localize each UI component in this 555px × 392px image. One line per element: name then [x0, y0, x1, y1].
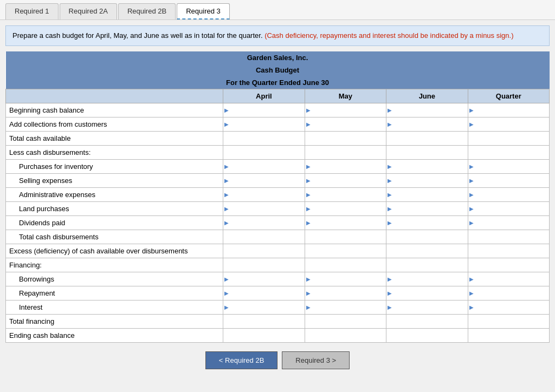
input-may[interactable] [308, 162, 383, 171]
cell-may[interactable] [305, 159, 386, 173]
cell-may[interactable] [305, 300, 386, 314]
input-may[interactable] [308, 303, 383, 312]
instruction-main: Prepare a cash budget for April, May, an… [12, 31, 263, 40]
cell-quarter [468, 328, 549, 342]
subtitle-row: For the Quarter Ended June 30 [6, 76, 550, 89]
input-june[interactable] [390, 204, 464, 213]
cell-quarter[interactable] [468, 117, 549, 131]
cell-june[interactable] [386, 300, 468, 314]
row-label: Administrative expenses [6, 187, 223, 201]
input-june[interactable] [390, 120, 464, 129]
tab-required2b[interactable]: Required 2B [118, 3, 176, 19]
cell-june[interactable] [386, 173, 468, 187]
input-june[interactable] [390, 289, 464, 298]
input-may[interactable] [308, 190, 383, 199]
input-april[interactable] [227, 218, 301, 227]
main-content: Garden Sales, Inc. Cash Budget For the Q… [5, 51, 550, 343]
cell-may[interactable] [305, 215, 386, 230]
cell-may[interactable] [305, 201, 386, 215]
input-quarter[interactable] [472, 275, 546, 284]
input-quarter[interactable] [472, 303, 546, 312]
input-june[interactable] [390, 190, 464, 199]
input-quarter[interactable] [472, 120, 546, 129]
input-june[interactable] [390, 106, 464, 115]
cell-may[interactable] [305, 272, 386, 286]
cell-june[interactable] [386, 201, 468, 215]
cell-quarter[interactable] [468, 159, 549, 173]
cell-april[interactable] [223, 117, 305, 131]
input-april[interactable] [227, 162, 301, 171]
cell-may[interactable] [305, 103, 386, 117]
cell-may[interactable] [305, 187, 386, 201]
prev-button[interactable]: < Required 2B [205, 351, 278, 369]
cell-june[interactable] [386, 272, 468, 286]
cell-quarter[interactable] [468, 103, 549, 117]
tab-required2a[interactable]: Required 2A [60, 3, 117, 19]
input-quarter[interactable] [472, 190, 546, 199]
input-june[interactable] [390, 218, 464, 227]
input-april[interactable] [227, 275, 301, 284]
tabs-bar: Required 1 Required 2A Required 2B Requi… [0, 0, 555, 20]
cell-quarter [468, 131, 549, 145]
input-june[interactable] [390, 275, 464, 284]
cell-may[interactable] [305, 173, 386, 187]
cell-quarter[interactable] [468, 286, 549, 300]
cell-quarter[interactable] [468, 187, 549, 201]
input-april[interactable] [227, 289, 301, 298]
col-quarter: Quarter [468, 89, 549, 103]
cell-may[interactable] [305, 286, 386, 300]
col-june: June [386, 89, 468, 103]
input-may[interactable] [308, 176, 383, 185]
next-button[interactable]: Required 3 > [282, 351, 350, 369]
input-quarter[interactable] [472, 218, 546, 227]
cell-june[interactable] [386, 159, 468, 173]
input-quarter[interactable] [472, 176, 546, 185]
input-quarter[interactable] [472, 204, 546, 213]
input-quarter[interactable] [472, 289, 546, 298]
row-label: Financing: [6, 258, 223, 272]
tab-required1[interactable]: Required 1 [5, 3, 59, 19]
input-quarter[interactable] [472, 106, 546, 115]
input-may[interactable] [308, 218, 383, 227]
input-may[interactable] [308, 106, 383, 115]
input-may[interactable] [308, 120, 383, 129]
input-quarter[interactable] [472, 162, 546, 171]
tab-required3[interactable]: Required 3 [177, 3, 230, 19]
cell-june[interactable] [386, 117, 468, 131]
input-june[interactable] [390, 303, 464, 312]
input-may[interactable] [308, 289, 383, 298]
cell-april[interactable] [223, 159, 305, 173]
input-april[interactable] [227, 190, 301, 199]
cell-quarter[interactable] [468, 272, 549, 286]
cell-april[interactable] [223, 215, 305, 230]
cell-quarter[interactable] [468, 173, 549, 187]
cell-quarter[interactable] [468, 300, 549, 314]
cell-quarter[interactable] [468, 215, 549, 230]
cell-april[interactable] [223, 173, 305, 187]
input-may[interactable] [308, 204, 383, 213]
row-label: Excess (deficiency) of cash available ov… [6, 244, 223, 258]
cell-june[interactable] [386, 103, 468, 117]
cell-quarter[interactable] [468, 201, 549, 215]
cell-june [386, 258, 468, 272]
input-june[interactable] [390, 162, 464, 171]
input-june[interactable] [390, 176, 464, 185]
input-april[interactable] [227, 120, 301, 129]
cell-april[interactable] [223, 272, 305, 286]
cell-june[interactable] [386, 286, 468, 300]
input-may[interactable] [308, 275, 383, 284]
cell-june[interactable] [386, 187, 468, 201]
cell-april[interactable] [223, 300, 305, 314]
cell-april[interactable] [223, 201, 305, 215]
cell-june [386, 314, 468, 328]
cell-april[interactable] [223, 286, 305, 300]
cell-june[interactable] [386, 215, 468, 230]
input-april[interactable] [227, 204, 301, 213]
cell-april[interactable] [223, 103, 305, 117]
input-april[interactable] [227, 303, 301, 312]
row-label: Ending cash balance [6, 328, 223, 342]
input-april[interactable] [227, 176, 301, 185]
cell-april[interactable] [223, 187, 305, 201]
input-april[interactable] [227, 106, 301, 115]
cell-may[interactable] [305, 117, 386, 131]
